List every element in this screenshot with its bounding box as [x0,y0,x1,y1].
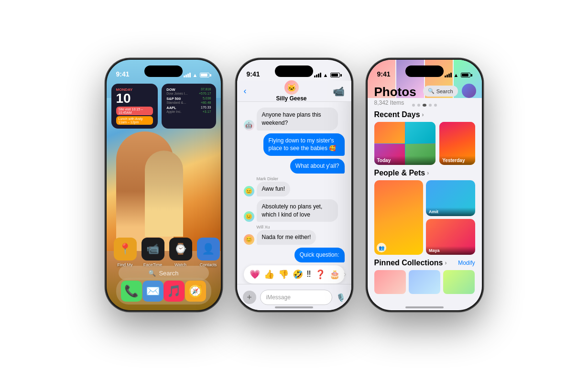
person-amit-name: Amit [426,207,475,216]
battery-icon-1 [200,73,211,77]
calendar-date: 10 [116,92,153,105]
dock-phone[interactable]: 📞 [121,281,142,302]
phone-1-screen: 9:41 ▲ [107,60,221,310]
photos-avatar[interactable] [462,84,476,98]
aapl-name: AAPL [166,106,176,110]
app-contacts[interactable]: 👤 Contacts [197,238,220,267]
group-name: Silly Geese [276,95,306,102]
emoji-more: › [344,269,347,279]
status-time-2: 9:41 [247,70,260,78]
stocks-widget[interactable]: DOW 37,816 Dow Jones I... +570.17 S&P 50… [162,84,216,129]
photos-search-button[interactable]: 🔍 Search [423,86,458,97]
search-icon-home: 🔍 [148,270,156,277]
message-4: 😐 Aww fun! [244,182,345,196]
emoji-question: ❓ [315,269,326,280]
status-time-3: 9:41 [377,70,391,78]
people-pets-header: People & Pets › [374,169,475,177]
attachment-button[interactable]: + [243,291,256,304]
phones-container: 9:41 ▲ [96,49,493,321]
people-pets-label: People & Pets [374,169,425,177]
wifi-icon-1: ▲ [193,72,198,78]
phone-2: 9:41 ▲ ‹ [236,58,353,312]
people-card-maya[interactable]: Maya [426,219,475,255]
people-card-large[interactable]: 👥 [374,180,424,255]
wifi-icon-3: ▲ [454,72,459,78]
sp-val: 5,036 [203,97,211,101]
pinned-card-3[interactable] [443,270,475,294]
people-pets-grid: 👥 Amit Maya [374,180,475,255]
dock-music[interactable]: 🎵 [163,281,185,302]
yesterday-label: Yesterday [439,156,475,165]
app-find-my[interactable]: 📍 Find My [114,238,137,267]
pinned-title: Pinned Collections › [374,259,447,267]
status-time-1: 9:41 [116,70,130,78]
people-card-amit[interactable]: Amit [426,180,475,216]
day-card-today[interactable]: Today [374,122,436,165]
back-button[interactable]: ‹ [244,86,247,96]
message-1: 🤖 Anyone have plans this weekend? [244,108,345,131]
phone-3: 9:41 ▲ Photos [366,58,483,312]
mic-button[interactable]: 🎙️ [336,293,346,302]
emoji-thumbsdown: 👎 [278,269,289,280]
messages-header: ‹ 🐱 Silly Geese 📹 [237,81,351,102]
dow-val: 37,816 [201,87,211,92]
day-card-yesterday[interactable]: Yesterday [439,122,475,165]
sender-will: Will Xu [257,225,345,229]
phone-3-screen: 9:41 ▲ Photos [368,60,482,310]
search-label-home: Search [159,270,178,277]
stock-aapl: AAPL 170.33 Apple Inc. +3.17 [166,106,211,113]
dock-mail[interactable]: ✉️ [142,281,163,302]
status-icons-2: ▲ [314,72,342,78]
pinned-header: Pinned Collections › Modify [374,259,475,267]
group-avatar[interactable]: 🐱 [284,80,299,95]
recent-days-row: Today Yesterday [374,122,475,165]
msg-avatar-4: 😐 [244,186,254,196]
emoji-cake: 🎂 [329,269,340,280]
people-pets-title: People & Pets › [374,169,429,177]
message-3: What about y'all? [244,159,345,174]
battery-icon-3 [461,73,472,77]
phone-1: 9:41 ▲ [105,58,222,312]
msg-bubble-1: Anyone have plans this weekend? [257,108,338,131]
pinned-card-2[interactable] [409,270,440,294]
pinned-row [374,270,475,294]
sigbar-2 [446,75,448,77]
emoji-laugh: 🤣 [293,269,303,280]
calendar-widget[interactable]: MONDAY 10 Site visit 10:15 – 10:45AM Lun… [111,84,158,129]
search-label-photos: Search [436,88,453,94]
msg-bubble-2: Flying down to my sister's place to see … [263,133,345,156]
home-indicator-3 [405,306,444,308]
widgets-row: MONDAY 10 Site visit 10:15 – 10:45AM Lun… [111,84,216,129]
emoji-reactions[interactable]: 💗 👍 👎 🤣 ‼️ ❓ 🎂 › [244,265,345,283]
signal-bar-3 [187,74,189,77]
stock-sp500: S&P 500 5,036 Standard &... +80.48 [166,97,211,104]
msg-bubble-7: Quick question: [294,248,345,262]
modify-button[interactable]: Modify [458,260,475,266]
recent-days-header: Recent Days › [374,110,475,119]
emoji-exclaim: ‼️ [307,269,311,279]
app-watch[interactable]: ⌚ Watch [169,238,192,267]
dynamic-island-2 [275,65,313,77]
sender-mark: Mark Disler [257,176,345,181]
recent-days-label: Recent Days [374,110,420,119]
input-placeholder: iMessage [266,294,291,301]
home-dock: 📞 ✉️ 🎵 🧭 [116,278,211,305]
message-input[interactable]: iMessage [260,290,332,305]
dow-change: +570.17 [199,92,211,95]
calendar-event-1: Site visit 10:15 – 10:45AM [116,107,153,115]
sig-bar-3 [318,74,319,77]
recent-days-title: Recent Days › [374,110,424,119]
photos-content: Recent Days › Today [368,101,482,310]
dock-safari[interactable]: 🧭 [185,281,206,302]
dow-sub: Dow Jones I... [166,92,187,95]
dynamic-island-3 [405,65,444,77]
pinned-card-1[interactable] [374,270,406,294]
sp-name: S&P 500 [166,97,181,101]
aapl-sub: Apple Inc. [166,110,181,113]
wifi-icon-2: ▲ [323,72,328,78]
sub-photo-2 [405,122,436,143]
app-facetime[interactable]: 📹 FaceTime [142,238,164,267]
sig-bar-4 [320,73,321,77]
pinned-section: Pinned Collections › Modify [374,259,475,294]
facetime-button[interactable]: 📹 [333,86,345,97]
